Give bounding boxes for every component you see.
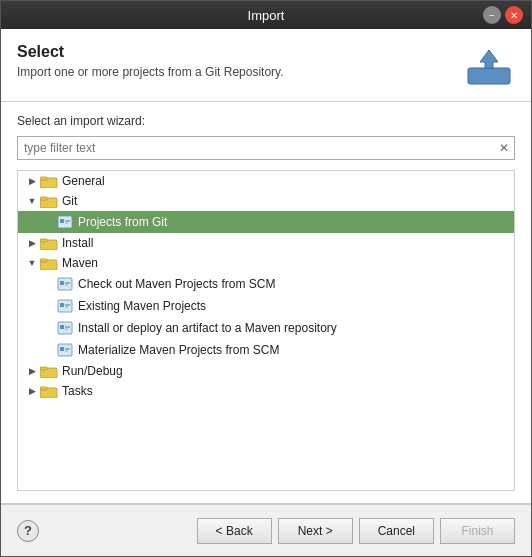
back-button[interactable]: < Back (197, 518, 272, 544)
help-button[interactable]: ? (17, 520, 39, 542)
filter-row: ✕ (17, 136, 515, 160)
tree-item-label: Run/Debug (62, 364, 123, 378)
next-button[interactable]: Next > (278, 518, 353, 544)
tree-item-materialize-maven[interactable]: Materialize Maven Projects from SCM (18, 339, 514, 361)
filter-input[interactable] (18, 139, 494, 157)
arrow-icon (26, 385, 38, 397)
item-icon (56, 342, 74, 358)
arrow-icon (42, 300, 54, 312)
tree-item-label: General (62, 174, 105, 188)
svg-rect-32 (40, 367, 47, 370)
arrow-icon (42, 344, 54, 356)
arrow-icon (26, 237, 38, 249)
tree-item-install[interactable]: Install (18, 233, 514, 253)
arrow-icon (26, 257, 38, 269)
tree-item-label: Existing Maven Projects (78, 299, 206, 313)
svg-rect-34 (40, 387, 47, 390)
svg-rect-24 (60, 325, 64, 329)
import-dialog: Import − ✕ Select Import one or more pro… (0, 0, 532, 557)
folder-icon (40, 256, 58, 270)
filter-clear-button[interactable]: ✕ (494, 138, 514, 158)
header-text: Select Import one or more projects from … (17, 43, 284, 79)
svg-rect-16 (60, 281, 64, 285)
svg-rect-4 (40, 177, 47, 180)
title-bar-controls: − ✕ (483, 6, 523, 24)
arrow-icon (42, 278, 54, 290)
arrow-icon (26, 195, 38, 207)
item-icon (56, 276, 74, 292)
finish-button[interactable]: Finish (440, 518, 515, 544)
tree-item-label: Materialize Maven Projects from SCM (78, 343, 279, 357)
cancel-button[interactable]: Cancel (359, 518, 434, 544)
tree-item-maven[interactable]: Maven (18, 253, 514, 273)
tree-item-label: Projects from Git (78, 215, 167, 229)
svg-rect-0 (468, 68, 510, 84)
folder-icon (40, 174, 58, 188)
arrow-icon (26, 365, 38, 377)
svg-rect-6 (40, 197, 47, 200)
title-bar: Import − ✕ (1, 1, 531, 29)
header-area: Select Import one or more projects from … (1, 29, 531, 102)
tree-item-label: Maven (62, 256, 98, 270)
tree-item-label: Git (62, 194, 77, 208)
tree-item-checkout-maven[interactable]: Check out Maven Projects from SCM (18, 273, 514, 295)
filter-label: Select an import wizard: (17, 114, 515, 128)
page-subtext: Import one or more projects from a Git R… (17, 65, 284, 79)
arrow-icon (26, 175, 38, 187)
tree-item-general[interactable]: General (18, 171, 514, 191)
content-area: Select an import wizard: ✕ General Git P… (1, 102, 531, 504)
folder-icon (40, 194, 58, 208)
dialog-title: Import (49, 8, 483, 23)
arrow-icon (42, 216, 54, 228)
tree-item-label: Tasks (62, 384, 93, 398)
footer: ? < Back Next > Cancel Finish (1, 504, 531, 556)
tree-item-label: Install (62, 236, 93, 250)
footer-left: ? (17, 520, 39, 542)
import-icon-svg (466, 46, 512, 86)
svg-rect-28 (60, 347, 64, 351)
svg-rect-20 (60, 303, 64, 307)
item-icon (56, 214, 74, 230)
close-button[interactable]: ✕ (505, 6, 523, 24)
item-icon (56, 320, 74, 336)
svg-rect-14 (40, 259, 47, 262)
minimize-button[interactable]: − (483, 6, 501, 24)
tree: General Git Projects from Git Install Ma… (17, 170, 515, 491)
tree-item-label: Install or deploy an artifact to a Maven… (78, 321, 337, 335)
tree-item-install-deploy-maven[interactable]: Install or deploy an artifact to a Maven… (18, 317, 514, 339)
tree-item-label: Check out Maven Projects from SCM (78, 277, 275, 291)
svg-rect-8 (60, 219, 64, 223)
svg-rect-12 (40, 239, 47, 242)
arrow-icon (42, 322, 54, 334)
tree-item-git[interactable]: Git (18, 191, 514, 211)
tree-item-existing-maven[interactable]: Existing Maven Projects (18, 295, 514, 317)
folder-icon (40, 384, 58, 398)
tree-item-tasks[interactable]: Tasks (18, 381, 514, 401)
footer-buttons: < Back Next > Cancel Finish (197, 518, 515, 544)
import-icon (463, 43, 515, 89)
folder-icon (40, 236, 58, 250)
page-heading: Select (17, 43, 284, 61)
svg-marker-1 (480, 50, 498, 68)
folder-icon (40, 364, 58, 378)
tree-item-projects-from-git[interactable]: Projects from Git (18, 211, 514, 233)
item-icon (56, 298, 74, 314)
tree-item-run-debug[interactable]: Run/Debug (18, 361, 514, 381)
